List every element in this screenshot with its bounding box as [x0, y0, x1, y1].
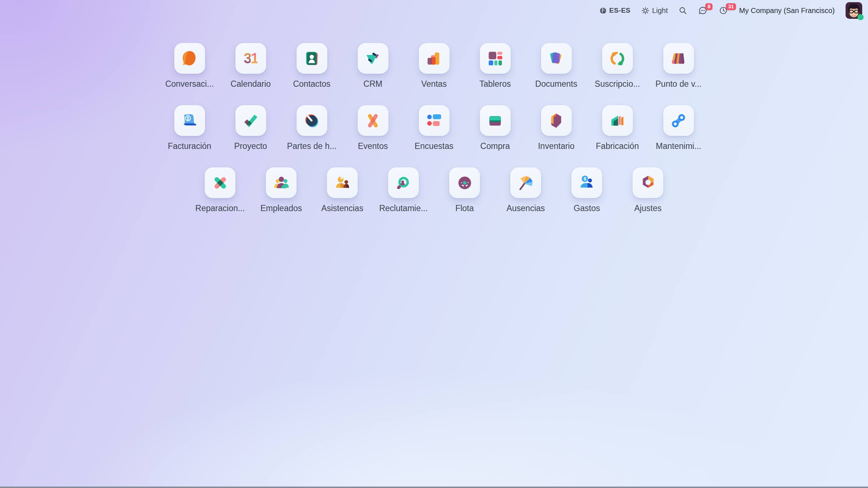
- employees-icon: [266, 167, 297, 198]
- company-name: My Company (San Francisco): [739, 7, 835, 15]
- sales-icon: [419, 43, 450, 74]
- app-label: Inventario: [538, 141, 574, 151]
- app-inventory[interactable]: Inventario: [526, 105, 587, 151]
- subscriptions-icon: [602, 43, 633, 74]
- search-button[interactable]: [678, 6, 687, 15]
- app-label: Tableros: [480, 79, 511, 89]
- app-manufacturing[interactable]: Fabricación: [587, 105, 648, 151]
- app-time-off[interactable]: Ausencias: [495, 167, 556, 213]
- app-row-2: $ Facturación Proyecto: [0, 105, 868, 151]
- app-label: Mantenimi...: [656, 141, 701, 151]
- project-icon: [235, 105, 266, 136]
- app-label: Ausencias: [506, 204, 545, 213]
- app-contacts[interactable]: Contactos: [281, 43, 342, 89]
- timesheets-icon: [297, 105, 327, 136]
- app-label: Conversaci...: [165, 79, 214, 89]
- dashboards-icon: [480, 43, 511, 74]
- maintenance-icon: [663, 105, 694, 136]
- calendar-icon: 31: [235, 43, 266, 74]
- app-label: Partes de h...: [287, 141, 337, 151]
- manufacturing-icon: [602, 105, 633, 136]
- app-documents[interactable]: Documents: [526, 43, 587, 89]
- app-events[interactable]: Eventos: [342, 105, 404, 151]
- app-expenses[interactable]: $ Gastos: [556, 167, 617, 213]
- app-label: Documents: [535, 79, 577, 89]
- search-icon: [678, 6, 687, 15]
- app-dashboards[interactable]: Tableros: [465, 43, 526, 89]
- app-label: CRM: [363, 79, 382, 89]
- app-discuss[interactable]: Conversaci...: [159, 43, 220, 89]
- app-purchase[interactable]: Compra: [465, 105, 526, 151]
- user-avatar[interactable]: [846, 2, 862, 19]
- app-row-3: Reparacion... Empleados: [0, 167, 868, 213]
- messages-badge: 8: [705, 3, 712, 10]
- home-menu: Conversaci... 31 Calendario Contactos: [0, 0, 868, 213]
- calendar-digit: 3: [244, 50, 251, 67]
- company-switcher[interactable]: My Company (San Francisco): [739, 7, 835, 15]
- app-surveys[interactable]: Encuestas: [404, 105, 465, 151]
- app-subscriptions[interactable]: Suscripcio...: [587, 43, 648, 89]
- app-maintenance[interactable]: Mantenimi...: [648, 105, 709, 151]
- settings-icon: [633, 167, 663, 198]
- contacts-icon: [297, 43, 327, 74]
- online-status-dot: [858, 14, 864, 20]
- discuss-icon: [174, 43, 205, 74]
- language-switcher[interactable]: ES-ES: [599, 7, 631, 14]
- fleet-icon: [449, 167, 480, 198]
- app-invoicing[interactable]: $ Facturación: [159, 105, 220, 151]
- app-settings[interactable]: Ajustes: [617, 167, 678, 213]
- app-label: Ajustes: [634, 204, 661, 213]
- app-project[interactable]: Proyecto: [220, 105, 281, 151]
- theme-label: Light: [652, 7, 668, 15]
- app-label: Facturación: [168, 141, 211, 151]
- app-label: Reparacion...: [195, 204, 245, 213]
- app-employees[interactable]: Empleados: [251, 167, 312, 213]
- app-attendances[interactable]: Asistencias: [312, 167, 373, 213]
- sun-icon: [641, 7, 650, 15]
- app-label: Contactos: [293, 79, 331, 89]
- app-label: Calendario: [230, 79, 271, 89]
- app-fleet[interactable]: Flota: [434, 167, 495, 213]
- app-repair[interactable]: Reparacion...: [190, 167, 251, 213]
- language-label: ES-ES: [609, 7, 631, 14]
- time-off-icon: [510, 167, 541, 198]
- crm-icon: [358, 43, 388, 74]
- app-point-of-sale[interactable]: Punto de v...: [648, 43, 709, 89]
- app-sales[interactable]: Ventas: [404, 43, 465, 89]
- app-label: Empleados: [260, 204, 302, 213]
- expenses-icon: $: [571, 167, 602, 198]
- theme-toggle[interactable]: Light: [641, 7, 668, 15]
- app-label: Encuestas: [414, 141, 453, 151]
- repair-icon: [205, 167, 235, 198]
- app-label: Gastos: [574, 204, 600, 213]
- app-label: Fabricación: [596, 141, 639, 151]
- documents-icon: [541, 43, 572, 74]
- invoicing-icon: $: [174, 105, 205, 136]
- app-timesheets[interactable]: Partes de h...: [281, 105, 342, 151]
- svg-text:$: $: [187, 116, 189, 121]
- attendances-icon: [327, 167, 358, 198]
- app-calendar[interactable]: 31 Calendario: [220, 43, 281, 89]
- app-row-1: Conversaci... 31 Calendario Contactos: [0, 43, 868, 89]
- app-crm[interactable]: CRM: [342, 43, 404, 89]
- purchase-icon: [480, 105, 511, 136]
- app-label: Flota: [455, 204, 474, 213]
- svg-text:$: $: [583, 176, 586, 181]
- app-label: Asistencias: [321, 204, 363, 213]
- point-of-sale-icon: [663, 43, 694, 74]
- globe-icon: [599, 7, 607, 14]
- activities-button[interactable]: 31: [719, 6, 728, 15]
- app-label: Compra: [480, 141, 510, 151]
- app-label: Eventos: [358, 141, 388, 151]
- calendar-digit: 1: [251, 50, 258, 67]
- app-label: Punto de v...: [655, 79, 701, 89]
- app-label: Reclutamie...: [379, 204, 427, 213]
- messages-button[interactable]: 8: [698, 6, 708, 16]
- topbar: ES-ES Light 8: [599, 0, 862, 21]
- inventory-icon: [541, 105, 572, 136]
- events-icon: [358, 105, 388, 136]
- surveys-icon: [419, 105, 450, 136]
- app-label: Suscripcio...: [595, 79, 640, 89]
- recruitment-icon: [388, 167, 419, 198]
- app-recruitment[interactable]: Reclutamie...: [373, 167, 434, 213]
